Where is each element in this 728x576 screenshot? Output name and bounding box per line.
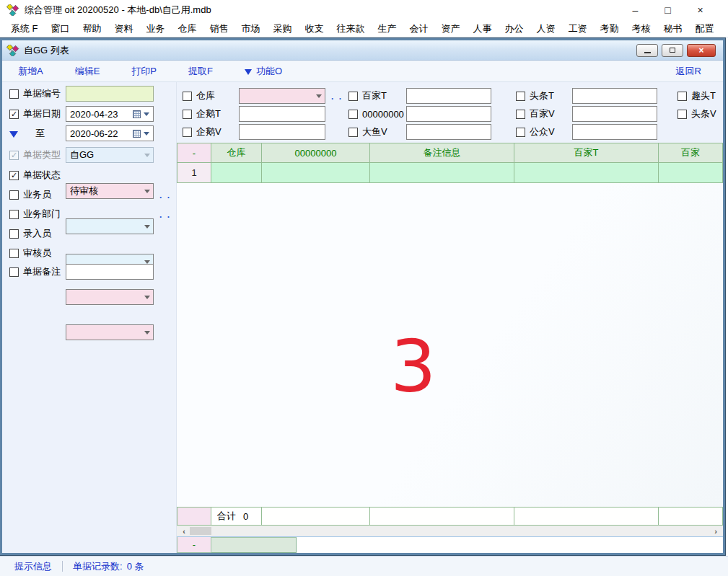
baijia-t-checkbox[interactable] [348, 92, 358, 101]
menu-item-hr[interactable]: 人事 [467, 20, 499, 37]
warehouse-checkbox[interactable] [183, 92, 192, 101]
entry-clerk-checkbox[interactable] [9, 229, 19, 239]
menu-item-help[interactable]: 帮助 [76, 20, 108, 37]
scrollbar-thumb[interactable] [190, 527, 211, 535]
doc-date-from-input[interactable]: 2020-04-23 [66, 106, 154, 122]
scroll-left-arrow[interactable]: ‹ [178, 526, 190, 536]
toutiao-v-checkbox[interactable] [677, 110, 687, 119]
menu-item-market[interactable]: 市场 [235, 20, 267, 37]
menu-item-payments[interactable]: 收支 [299, 20, 330, 37]
warehouse-combo[interactable] [239, 88, 325, 104]
edit-button[interactable]: 编辑E [75, 65, 100, 78]
entry-clerk-combo[interactable] [66, 289, 154, 305]
scroll-right-arrow[interactable]: › [710, 526, 722, 536]
salesman-label: 业务员 [23, 188, 51, 201]
doc-remark-checkbox[interactable] [9, 267, 19, 277]
doc-status-checkbox[interactable] [9, 171, 19, 180]
child-restore-button[interactable] [662, 44, 683, 57]
secondary-grid-row: - [177, 537, 723, 553]
menu-item-warehouse[interactable]: 仓库 [172, 20, 203, 37]
menu-item-accounts[interactable]: 往来款 [330, 20, 372, 37]
qie-t-input[interactable] [239, 106, 325, 122]
auditor-combo[interactable] [66, 324, 154, 340]
grid-cell[interactable] [211, 163, 262, 183]
close-button[interactable]: × [684, 4, 716, 16]
toutiao-t-input[interactable] [572, 88, 657, 104]
dayu-v-checkbox[interactable] [348, 128, 358, 137]
salesman-combo[interactable] [66, 218, 154, 234]
doc-remark-input[interactable] [66, 264, 154, 280]
doc-status-combo[interactable]: 待审核 [66, 183, 154, 199]
grid-header-zeros[interactable]: 00000000 [262, 143, 370, 163]
zeros-input[interactable] [406, 106, 491, 122]
child-close-button[interactable]: × [687, 44, 716, 57]
grid-header-baijia-t[interactable]: 百家T [514, 143, 659, 163]
qie-v-input[interactable] [239, 124, 325, 140]
menu-item-assessment[interactable]: 考核 [626, 20, 657, 37]
menu-item-hr2[interactable]: 人资 [530, 20, 562, 37]
zeros-label: 00000000 [362, 109, 404, 120]
function-menu-button[interactable]: 功能O [245, 63, 282, 79]
zeros-checkbox[interactable] [348, 110, 358, 119]
qutou-t-checkbox[interactable] [677, 92, 687, 101]
secondary-grid-cell[interactable] [211, 537, 297, 553]
print-button[interactable]: 打印P [131, 65, 157, 78]
department-lookup-button[interactable]: . . [159, 210, 171, 220]
grid-header-warehouse[interactable]: 仓库 [211, 143, 262, 163]
toutiao-t-checkbox[interactable] [516, 92, 525, 101]
calendar-icon[interactable] [133, 110, 141, 118]
doc-number-checkbox[interactable] [9, 89, 19, 99]
baijia-t-input[interactable] [406, 88, 491, 104]
menu-item-salary[interactable]: 工资 [562, 20, 594, 37]
menu-item-sales[interactable]: 销售 [203, 20, 235, 37]
secondary-grid-corner[interactable]: - [177, 537, 211, 553]
gongzhong-v-checkbox[interactable] [516, 128, 525, 137]
horizontal-scrollbar[interactable]: ‹ › [177, 526, 723, 537]
child-minimize-button[interactable] [636, 44, 658, 57]
grid-row-number[interactable]: 1 [177, 163, 211, 183]
back-button[interactable]: 返回R [676, 65, 701, 78]
calendar-icon[interactable] [133, 130, 141, 138]
menu-item-secretary[interactable]: 秘书 [657, 20, 689, 37]
extract-button[interactable]: 提取F [188, 65, 213, 78]
menu-item-production[interactable]: 生产 [372, 20, 403, 37]
grid-cell[interactable] [262, 163, 370, 183]
grid-header-remark[interactable]: 备注信息 [370, 143, 514, 163]
grid-cell[interactable] [514, 163, 659, 183]
qie-t-checkbox[interactable] [183, 110, 192, 119]
dayu-v-input[interactable] [406, 124, 491, 140]
qie-v-checkbox[interactable] [183, 128, 192, 137]
menu-item-business[interactable]: 业务 [140, 20, 172, 37]
maximize-button[interactable]: □ [652, 4, 684, 16]
salesman-checkbox[interactable] [9, 190, 19, 200]
menu-item-accounting[interactable]: 会计 [403, 20, 435, 37]
department-checkbox[interactable] [9, 210, 19, 219]
baijia-v-input[interactable] [572, 106, 657, 122]
menu-item-window[interactable]: 窗口 [45, 20, 76, 37]
gongzhong-v-input[interactable] [572, 124, 657, 140]
menu-item-config[interactable]: 配置 [689, 20, 721, 37]
grid-cell[interactable] [370, 163, 514, 183]
doc-date-checkbox[interactable] [9, 110, 19, 119]
minimize-button[interactable]: – [619, 4, 652, 16]
dropdown-arrow-icon[interactable] [144, 132, 149, 138]
doc-remark-label: 单据备注 [23, 265, 61, 278]
auditor-checkbox[interactable] [9, 249, 19, 258]
grid-cell[interactable] [659, 163, 723, 183]
menu-item-attendance[interactable]: 考勤 [594, 20, 626, 37]
menu-item-data[interactable]: 资料 [108, 20, 140, 37]
doc-date-to-input[interactable]: 2020-06-22 [66, 125, 154, 141]
menu-item-office[interactable]: 办公 [499, 20, 530, 37]
baijia-v-checkbox[interactable] [516, 110, 525, 119]
grid-header-selector[interactable]: - [177, 143, 211, 163]
new-button[interactable]: 新增A [18, 65, 43, 78]
menu-item-purchase[interactable]: 采购 [267, 20, 299, 37]
menu-item-assets[interactable]: 资产 [435, 20, 467, 37]
warehouse-lookup-button[interactable]: . . [331, 92, 343, 102]
doc-number-input[interactable] [66, 86, 154, 102]
grid-row[interactable]: 1 [177, 163, 723, 183]
menu-item-system[interactable]: 系统 F [4, 20, 45, 37]
dropdown-arrow-icon[interactable] [144, 112, 149, 119]
grid-header-baijia[interactable]: 百家 [659, 143, 723, 163]
salesman-lookup-button[interactable]: . . [159, 190, 171, 200]
